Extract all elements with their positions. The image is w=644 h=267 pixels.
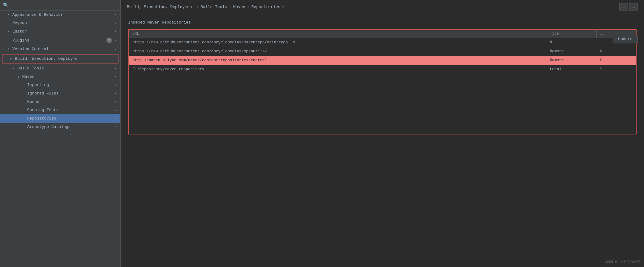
- sidebar-label-appearance-behavior: Appearance & Behavior: [12, 12, 113, 17]
- section-title: Indexed Maven Repositories:: [128, 20, 637, 25]
- chevron-icon-version-control: ›: [7, 47, 11, 51]
- sidebar-label-repositories: Repositories: [27, 116, 113, 121]
- breadcrumb-menu-icon[interactable]: ≡: [282, 5, 284, 9]
- sidebar-label-importing: Importing: [27, 83, 113, 87]
- table-body: https://raw.githubusercontent.com/encycl…: [129, 38, 636, 74]
- breadcrumb-part-2: Build Tools: [200, 5, 227, 9]
- sidebar-item-editor[interactable]: ›Editor▪: [0, 27, 120, 36]
- table-row[interactable]: http://maven.aliyun.com/nexus/content/re…: [129, 56, 636, 65]
- cell-type-0: N...: [546, 38, 597, 47]
- back-button[interactable]: ←: [619, 3, 628, 11]
- header: Build, Execution, Deployment › Build Too…: [121, 0, 644, 14]
- chevron-icon-maven: ∨: [17, 75, 21, 79]
- sidebar-item-plugins[interactable]: Plugins1▪: [0, 36, 120, 45]
- chevron-icon-build-tools: ∨: [12, 67, 16, 70]
- sidebar-label-version-control: Version Control: [12, 47, 113, 51]
- cell-url-1: https://raw.githubusercontent.com/encycl…: [129, 47, 546, 56]
- table-header-row: URL Type ...: [129, 30, 636, 38]
- cell-type-1: Remote: [546, 47, 597, 56]
- sidebar-label-keymap: Keymap: [12, 21, 113, 25]
- nav-list: ›Appearance & Behavior▪ Keymap▪›Editor▪ …: [0, 11, 120, 131]
- breadcrumb-sep-2: ›: [229, 5, 231, 9]
- settings-icon-ignored-files: ▪: [114, 92, 117, 95]
- breadcrumb-part-3: Maven: [233, 5, 245, 9]
- sidebar-label-ignored-files: Ignored Files: [27, 91, 113, 96]
- sidebar-label-runner: Runner: [27, 99, 113, 104]
- watermark: CSDN @小丑的自我修养: [605, 259, 641, 264]
- sidebar-label-plugins: Plugins: [12, 38, 106, 43]
- column-type: Type: [546, 30, 597, 38]
- sidebar-item-ignored-files[interactable]: Ignored Files▪: [0, 89, 120, 98]
- cell-url-0: https://raw.githubusercontent.com/encycl…: [129, 38, 546, 47]
- content-area: Indexed Maven Repositories: Update URL T…: [121, 14, 644, 267]
- sidebar-label-maven: Maven: [22, 74, 113, 79]
- sidebar-label-build-tools: Build Tools: [17, 66, 113, 71]
- sidebar-item-keymap[interactable]: Keymap▪: [0, 19, 120, 27]
- sidebar-label-editor: Editor: [12, 29, 113, 34]
- breadcrumb-sep-1: ›: [196, 5, 199, 9]
- cell-url-3: F:/Repository/maven_respository: [129, 65, 546, 74]
- main-content: Build, Execution, Deployment › Build Too…: [121, 0, 644, 267]
- search-input[interactable]: [10, 3, 117, 7]
- sidebar-item-version-control[interactable]: ›Version Control▪: [0, 45, 120, 53]
- breadcrumb: Build, Execution, Deployment › Build Too…: [127, 5, 285, 9]
- table-row[interactable]: F:/Repository/maven_respositoryLocal9...: [129, 65, 636, 74]
- settings-icon-appearance-behavior: ▪: [114, 13, 117, 17]
- forward-button[interactable]: →: [629, 3, 638, 11]
- sidebar-item-importing[interactable]: Importing▪: [0, 81, 120, 89]
- repositories-table-container: URL Type ... https://raw.githubuserconte…: [128, 29, 637, 134]
- cell-type-3: Local: [546, 65, 597, 74]
- table-row[interactable]: https://raw.githubusercontent.com/encycl…: [129, 38, 636, 47]
- sidebar-item-build-execution-deployment[interactable]: ∨Build, Execution, Deployme: [2, 55, 118, 63]
- update-button[interactable]: Update: [613, 35, 638, 43]
- settings-icon-editor: ▪: [114, 30, 117, 33]
- cell-url-2: http://maven.aliyun.com/nexus/content/re…: [129, 56, 546, 65]
- settings-icon-repositories: ▪: [114, 117, 117, 120]
- column-url: URL: [129, 30, 546, 38]
- settings-icon-running-tests: ▪: [114, 108, 117, 112]
- settings-icon-keymap: ▪: [114, 21, 117, 25]
- chevron-icon-build-execution-deployment: ∨: [10, 57, 14, 61]
- sidebar-label-archetype-catalogs: Archetype Catalogs: [27, 125, 113, 129]
- settings-icon-version-control: ▪: [114, 47, 117, 51]
- chevron-icon-editor: ›: [7, 30, 11, 33]
- sidebar-item-repositories[interactable]: Repositories▪: [0, 114, 120, 123]
- settings-icon-runner: ▪: [114, 100, 117, 104]
- repositories-table: URL Type ... https://raw.githubuserconte…: [129, 30, 636, 74]
- nav-arrows: ← →: [619, 3, 638, 11]
- settings-icon-build-tools: ▪: [114, 67, 117, 70]
- sidebar-item-build-tools[interactable]: ∨Build Tools▪: [0, 64, 120, 72]
- search-icon: 🔍: [3, 2, 8, 8]
- cell-extra-1: N...: [596, 47, 636, 56]
- table-row[interactable]: https://raw.githubusercontent.com/encycl…: [129, 47, 636, 56]
- breadcrumb-sep-3: ›: [247, 5, 250, 9]
- badge-plugins: 1: [106, 37, 112, 43]
- settings-icon-maven: ▪: [114, 75, 117, 79]
- settings-icon-plugins: ▪: [114, 38, 117, 42]
- settings-icon-importing: ▪: [114, 83, 117, 87]
- sidebar-item-archetype-catalogs[interactable]: Archetype Catalogs▪: [0, 123, 120, 131]
- red-outline-build-execution-deployment: ∨Build, Execution, Deployme: [2, 54, 118, 63]
- cell-extra-2: E...: [596, 56, 636, 65]
- cell-extra-3: 9...: [596, 65, 636, 74]
- sidebar-item-running-tests[interactable]: Running Tests▪: [0, 106, 120, 114]
- chevron-icon-appearance-behavior: ›: [7, 13, 11, 16]
- cell-type-2: Remote: [546, 56, 597, 65]
- sidebar-label-build-execution-deployment: Build, Execution, Deployme: [15, 56, 114, 61]
- search-bar[interactable]: 🔍: [0, 0, 120, 11]
- settings-icon-archetype-catalogs: ▪: [114, 125, 117, 129]
- sidebar-item-maven[interactable]: ∨Maven▪: [0, 72, 120, 81]
- sidebar-item-appearance-behavior[interactable]: ›Appearance & Behavior▪: [0, 11, 120, 19]
- breadcrumb-part-1: Build, Execution, Deployment: [127, 5, 194, 9]
- settings-sidebar: 🔍 ›Appearance & Behavior▪ Keymap▪›Editor…: [0, 0, 121, 267]
- sidebar-label-running-tests: Running Tests: [27, 108, 113, 112]
- sidebar-item-runner[interactable]: Runner▪: [0, 98, 120, 106]
- breadcrumb-part-4: Repositories: [251, 5, 281, 9]
